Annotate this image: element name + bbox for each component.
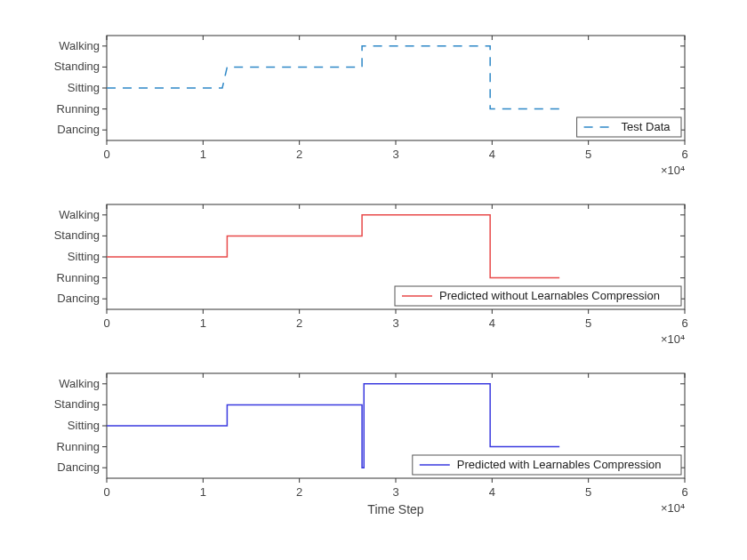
y-tick-label: Sitting bbox=[68, 81, 100, 94]
subplot-1: DancingRunningSittingStandingWalking0123… bbox=[54, 36, 688, 177]
y-tick-label: Walking bbox=[59, 39, 100, 52]
x-tick-label: 1 bbox=[200, 485, 206, 499]
legend: Predicted without Learnables Compression bbox=[395, 286, 681, 306]
x-tick-label: 5 bbox=[585, 485, 591, 499]
x-axis-multiplier: ×10⁴ bbox=[661, 501, 685, 515]
y-tick-label: Walking bbox=[59, 208, 100, 221]
legend-label: Test Data bbox=[622, 120, 671, 133]
x-tick-label: 3 bbox=[392, 316, 398, 330]
x-tick-label: 2 bbox=[296, 148, 302, 161]
x-tick-label: 3 bbox=[392, 148, 398, 161]
x-tick-label: 2 bbox=[296, 316, 302, 330]
y-tick-label: Running bbox=[57, 271, 100, 284]
legend: Test Data bbox=[577, 117, 681, 137]
y-tick-label: Standing bbox=[54, 397, 100, 411]
x-tick-label: 4 bbox=[489, 485, 495, 499]
y-tick-label: Running bbox=[57, 440, 100, 453]
x-tick-label: 2 bbox=[296, 485, 302, 499]
x-axis-multiplier: ×10⁴ bbox=[661, 164, 685, 177]
y-tick-label: Dancing bbox=[57, 292, 100, 305]
x-tick-label: 0 bbox=[103, 316, 109, 330]
x-tick-label: 0 bbox=[103, 485, 109, 499]
data-line bbox=[107, 215, 559, 278]
x-tick-label: 6 bbox=[681, 148, 687, 161]
y-tick-label: Standing bbox=[54, 60, 100, 73]
x-tick-label: 1 bbox=[200, 316, 206, 330]
figure: DancingRunningSittingStandingWalking0123… bbox=[0, 0, 747, 560]
x-tick-label: 4 bbox=[489, 316, 495, 330]
y-tick-label: Dancing bbox=[57, 460, 100, 474]
y-tick-label: Walking bbox=[59, 377, 100, 390]
x-tick-label: 5 bbox=[585, 316, 591, 330]
plots-svg: DancingRunningSittingStandingWalking0123… bbox=[0, 0, 747, 560]
x-tick-label: 5 bbox=[585, 148, 591, 161]
y-tick-label: Dancing bbox=[57, 123, 100, 136]
x-tick-label: 3 bbox=[392, 485, 398, 499]
data-line bbox=[107, 46, 559, 109]
x-tick-label: 0 bbox=[103, 148, 109, 161]
legend: Predicted with Learnables Compression bbox=[413, 455, 681, 475]
legend-label: Predicted without Learnables Compression bbox=[439, 289, 660, 302]
y-tick-label: Sitting bbox=[68, 419, 100, 432]
subplot-2: DancingRunningSittingStandingWalking0123… bbox=[54, 204, 688, 346]
y-tick-label: Sitting bbox=[68, 250, 100, 263]
x-tick-label: 6 bbox=[681, 485, 687, 499]
y-tick-label: Running bbox=[57, 102, 100, 116]
subplot-3: DancingRunningSittingStandingWalking0123… bbox=[54, 373, 688, 516]
legend-label: Predicted with Learnables Compression bbox=[457, 458, 662, 471]
x-axis-label: Time Step bbox=[367, 502, 423, 516]
x-axis-multiplier: ×10⁴ bbox=[661, 332, 685, 346]
x-tick-label: 6 bbox=[681, 316, 687, 330]
y-tick-label: Standing bbox=[54, 228, 100, 242]
x-tick-label: 1 bbox=[200, 148, 206, 161]
x-tick-label: 4 bbox=[489, 148, 495, 161]
